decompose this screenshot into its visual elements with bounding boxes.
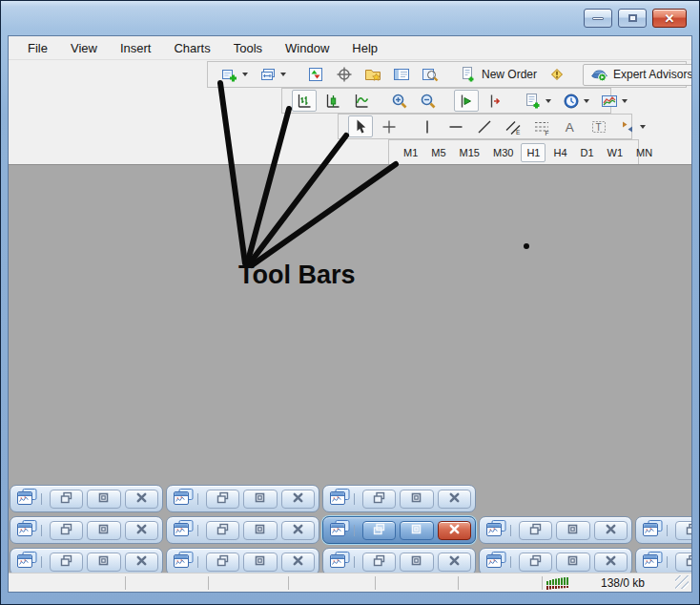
maximize-button[interactable] xyxy=(243,553,277,572)
bar-chart-button[interactable] xyxy=(292,90,317,112)
minimized-chart-window[interactable] xyxy=(479,548,632,575)
crosshair-button[interactable] xyxy=(377,115,401,137)
maximize-button[interactable] xyxy=(618,9,647,28)
line-chart-button[interactable] xyxy=(349,90,374,112)
maximize-button[interactable] xyxy=(243,490,277,509)
maximize-button[interactable] xyxy=(400,553,433,572)
restore-button[interactable] xyxy=(50,521,83,540)
maximize-button[interactable] xyxy=(243,521,277,540)
minimize-button[interactable] xyxy=(584,9,612,28)
close-button[interactable] xyxy=(125,553,158,572)
cursor-button[interactable] xyxy=(348,115,373,137)
strategy-tester-button[interactable] xyxy=(418,64,443,86)
text-button[interactable]: A xyxy=(558,115,583,137)
minimized-chart-window[interactable] xyxy=(166,516,319,544)
expert-advisors-button[interactable]: Expert Advisors xyxy=(583,64,692,86)
maximize-button[interactable] xyxy=(400,521,433,540)
restore-button[interactable] xyxy=(50,553,83,572)
timeframe-d1[interactable]: D1 xyxy=(575,143,600,162)
dropdown-arrow-icon[interactable] xyxy=(584,99,589,103)
market-watch-button[interactable] xyxy=(303,64,328,86)
alert-button[interactable] xyxy=(545,64,569,86)
close-button[interactable]: ✕ xyxy=(652,9,687,28)
menu-item-tools[interactable]: Tools xyxy=(222,37,274,59)
data-window-button[interactable] xyxy=(332,64,357,86)
maximize-button[interactable] xyxy=(87,553,120,572)
timeframe-w1[interactable]: W1 xyxy=(602,143,629,162)
restore-button[interactable] xyxy=(675,521,692,540)
minimized-chart-window[interactable] xyxy=(10,516,163,544)
timeframe-mn[interactable]: MN xyxy=(630,143,658,162)
close-button[interactable] xyxy=(281,490,315,509)
close-button[interactable] xyxy=(281,521,315,540)
templates-button[interactable] xyxy=(597,90,631,112)
periods-button[interactable] xyxy=(559,90,593,112)
new-chart-button[interactable] xyxy=(217,64,252,86)
restore-button[interactable] xyxy=(206,553,239,572)
menu-item-help[interactable]: Help xyxy=(340,37,389,59)
minimized-chart-window[interactable] xyxy=(322,516,476,544)
close-button[interactable] xyxy=(125,490,158,509)
restore-button[interactable] xyxy=(362,553,396,572)
fibonacci-button[interactable]: F xyxy=(529,115,554,137)
restore-button[interactable] xyxy=(675,553,692,572)
timeframe-h4[interactable]: H4 xyxy=(547,143,572,162)
timeframe-m5[interactable]: M5 xyxy=(425,143,451,162)
menu-item-charts[interactable]: Charts xyxy=(162,37,221,59)
horizontal-line-button[interactable] xyxy=(443,115,468,137)
dropdown-arrow-icon[interactable] xyxy=(242,73,248,76)
close-button[interactable] xyxy=(281,553,315,572)
menu-item-file[interactable]: File xyxy=(16,37,59,59)
menu-item-view[interactable]: View xyxy=(59,37,109,59)
restore-button[interactable] xyxy=(519,553,552,572)
maximize-button[interactable] xyxy=(87,490,120,509)
close-button[interactable] xyxy=(594,553,628,572)
navigator-button[interactable] xyxy=(360,64,385,86)
maximize-button[interactable] xyxy=(87,521,120,540)
close-button[interactable] xyxy=(594,521,628,540)
equidistant-channel-button[interactable]: E xyxy=(501,115,525,137)
close-button[interactable] xyxy=(438,553,471,572)
maximize-button[interactable] xyxy=(556,553,589,572)
timeframe-m30[interactable]: M30 xyxy=(487,143,519,162)
vertical-line-button[interactable] xyxy=(415,115,440,137)
new-order-button[interactable]: New Order xyxy=(456,64,541,86)
indicators-button[interactable] xyxy=(521,90,555,112)
dropdown-arrow-icon[interactable] xyxy=(546,99,551,103)
maximize-button[interactable] xyxy=(556,521,589,540)
close-button[interactable] xyxy=(438,521,471,540)
menu-item-window[interactable]: Window xyxy=(274,37,340,59)
terminal-button[interactable] xyxy=(389,64,414,86)
timeframe-h1[interactable]: H1 xyxy=(521,143,546,162)
text-label-button[interactable]: T xyxy=(587,115,611,137)
minimized-chart-window[interactable] xyxy=(635,548,692,575)
timeframe-m1[interactable]: M1 xyxy=(398,143,423,162)
close-button[interactable] xyxy=(125,521,158,540)
restore-button[interactable] xyxy=(362,490,396,509)
candlestick-chart-button[interactable] xyxy=(320,90,345,112)
arrows-button[interactable] xyxy=(615,115,649,137)
chart-shift-button[interactable] xyxy=(483,90,507,112)
restore-button[interactable] xyxy=(519,521,552,540)
auto-scroll-button[interactable] xyxy=(454,90,479,112)
dropdown-arrow-icon[interactable] xyxy=(280,73,286,76)
menu-item-insert[interactable]: Insert xyxy=(109,37,163,59)
minimized-chart-window[interactable] xyxy=(166,548,319,575)
minimized-chart-window[interactable] xyxy=(10,548,163,575)
dropdown-arrow-icon[interactable] xyxy=(622,99,628,103)
restore-button[interactable] xyxy=(206,490,239,509)
dropdown-arrow-icon[interactable] xyxy=(640,125,646,129)
close-button[interactable] xyxy=(438,490,471,509)
trendline-button[interactable] xyxy=(472,115,497,137)
zoom-in-button[interactable] xyxy=(387,90,412,112)
minimized-chart-window[interactable] xyxy=(479,516,632,544)
minimized-chart-window[interactable] xyxy=(635,516,692,544)
window-resize-grip[interactable] xyxy=(675,575,689,589)
timeframe-m15[interactable]: M15 xyxy=(454,143,485,162)
restore-button[interactable] xyxy=(206,521,239,540)
minimized-chart-window[interactable] xyxy=(10,485,163,512)
restore-button[interactable] xyxy=(50,490,83,509)
chart-profiles-button[interactable] xyxy=(256,64,290,86)
minimized-chart-window[interactable] xyxy=(322,548,476,575)
title-bar[interactable]: ✕ xyxy=(1,1,699,35)
